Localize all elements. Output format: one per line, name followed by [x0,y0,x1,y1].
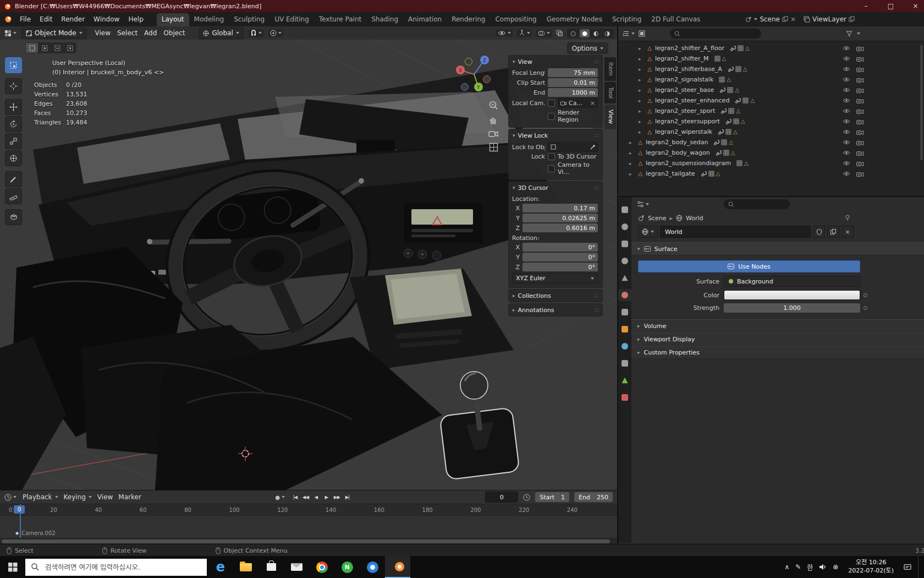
location-value-field[interactable]: 0.6016 m [522,223,598,232]
3d-viewport[interactable]: Options User Perspective (Local) (0) Int… [0,40,617,490]
properties-tab[interactable] [618,323,631,335]
lock-object-field[interactable] [548,142,598,152]
frame-start-field[interactable]: Start 1 [535,492,569,502]
surface-shader-dropdown[interactable]: Background [724,276,860,287]
disclosure-triangle-icon[interactable]: ▸ [639,67,644,72]
transform-tool[interactable] [5,150,22,166]
outliner-item[interactable]: ▸ △ legran2_tailgate △ [618,168,924,179]
annotations-header[interactable]: ▸ Annotations ∷ [509,304,602,316]
outliner-item[interactable]: ▸ △ legran2_wiperstalk △ [618,127,924,137]
disclosure-triangle-icon[interactable]: ▸ [629,161,635,166]
transform-orientation-dropdown[interactable]: Global [199,28,243,39]
hide-in-viewport-eye-icon[interactable] [843,119,850,124]
current-frame-badge[interactable]: 0 [14,505,25,514]
frame-end-field[interactable]: End 250 [574,492,613,502]
to-3d-cursor-checkbox[interactable] [548,153,555,160]
object-name[interactable]: legran2_shifterbase_A [655,66,722,73]
scrollbar-thumb[interactable] [2,539,610,543]
hide-in-viewport-eye-icon[interactable] [843,56,850,61]
menu-item[interactable]: Render [57,13,89,25]
measure-tool[interactable] [5,188,22,204]
location-value-field[interactable]: 0.02625 m [522,214,598,222]
mode-dropdown[interactable]: Object Mode [21,28,87,39]
world-browse-dropdown[interactable] [638,226,658,238]
workspace-tab[interactable]: Geometry Nodes [542,13,607,26]
disable-in-render-camera-icon[interactable] [856,98,864,103]
maximize-button[interactable]: □ [878,0,903,12]
camera-to-view-checkbox[interactable] [548,165,555,172]
transport-button[interactable]: |◀ [290,492,300,502]
viewport-menu-item[interactable]: Object [160,28,188,38]
view-lock-header[interactable]: ▾ View Lock ∷ [509,129,602,141]
disable-in-render-camera-icon[interactable] [856,67,864,72]
rotation-value-field[interactable]: 0° [522,253,598,261]
outliner-item[interactable]: ▸ △ legran2_steer_base △ [618,85,924,95]
disclosure-triangle-icon[interactable]: ▸ [639,46,644,51]
outliner-editor-icon[interactable] [623,30,635,37]
outliner-item[interactable]: ▸ △ legran2_shifterbase_A △ [618,64,924,74]
outliner-item[interactable]: ▸ △ legran2_shifter_M △ [618,53,924,64]
disclosure-triangle-icon[interactable]: ▸ [629,171,635,177]
options-button[interactable]: Options [567,42,608,54]
sidebar-tab[interactable]: Item [604,57,616,81]
camera-view-icon[interactable] [488,130,498,138]
xray-toggle[interactable] [556,30,563,36]
properties-tab[interactable] [618,272,631,284]
select-subtract-button[interactable] [51,43,63,53]
disable-in-render-camera-icon[interactable] [856,129,864,135]
color-swatch[interactable] [724,290,860,300]
navigation-gizmo[interactable]: X Z Y [454,54,494,95]
rotation-value-field[interactable]: 0° [522,243,598,252]
taskbar-clock[interactable]: 오전 10:26 2022-07-02(토) [844,559,898,575]
workspace-tab[interactable]: Texture Paint [314,13,366,26]
outliner-item[interactable]: ▸ △ legran2_shifter_A_floor △ [618,43,924,53]
taskbar-app-icon[interactable] [309,556,334,578]
workspace-tab[interactable]: Compositing [490,13,541,26]
render-region-checkbox[interactable] [548,113,555,120]
hide-in-viewport-eye-icon[interactable] [843,108,850,113]
viewlayer-name[interactable]: ViewLayer [812,15,846,23]
properties-tab[interactable] [618,221,631,233]
disable-in-render-camera-icon[interactable] [856,77,864,83]
menu-item[interactable]: Edit [35,13,57,25]
taskbar-app-icon[interactable] [258,556,284,578]
hide-in-viewport-eye-icon[interactable] [843,161,850,166]
disclosure-triangle-icon[interactable]: ▸ [639,56,644,62]
object-name[interactable]: legran2_steer_sport [655,107,715,114]
filter-dropdown-caret[interactable] [857,32,860,35]
viewport-menu-item[interactable]: View [92,28,114,38]
disclosure-triangle-icon[interactable]: ▸ [629,150,635,156]
value-field[interactable]: 1000 m [548,88,598,97]
properties-tab[interactable] [618,306,631,318]
properties-tab[interactable] [618,340,631,352]
outliner-search[interactable] [670,29,761,39]
minimize-button[interactable]: – [854,0,878,12]
properties-tab[interactable] [618,238,631,250]
outliner-item[interactable]: ▸ △ legran2_steersupport △ [618,116,924,127]
panel-drag-icon[interactable]: ∷ [595,307,598,314]
eyedropper-icon[interactable] [590,145,595,150]
outliner-item[interactable]: ▸ △ legran2_steer_enhanced △ [618,95,924,106]
pan-hand-icon[interactable] [488,115,498,125]
outliner-item[interactable]: ▸ △ legran2_signalstalk △ [618,74,924,85]
disable-in-render-camera-icon[interactable] [856,140,864,145]
rotation-value-field[interactable]: 0° [522,263,598,271]
object-name[interactable]: legran2_shifter_M [655,55,709,62]
keyframe-dot-icon[interactable] [864,306,867,310]
proportional-editing-controls[interactable] [268,29,283,37]
hide-in-viewport-eye-icon[interactable] [843,140,850,145]
disclosure-triangle-icon[interactable]: ▸ [639,77,644,83]
properties-tab[interactable] [618,391,631,403]
taskbar-app-icon[interactable] [233,556,258,578]
strength-slider[interactable]: 1.000 [724,303,860,313]
orthographic-grid-icon[interactable] [489,143,498,152]
rotate-tool[interactable] [5,116,22,132]
disable-in-render-camera-icon[interactable] [856,56,864,62]
properties-editor-icon[interactable] [637,201,649,208]
overlays-dropdown[interactable] [536,30,552,37]
gizmo-minus-y-axis[interactable] [465,58,472,66]
viewlayer-selector[interactable]: ViewLayer [801,15,857,23]
menu-item[interactable]: Help [124,13,147,25]
scene-selector[interactable]: Scene × [743,15,799,23]
collapsed-panel-header[interactable]: ▸ Viewport Display [631,332,924,346]
